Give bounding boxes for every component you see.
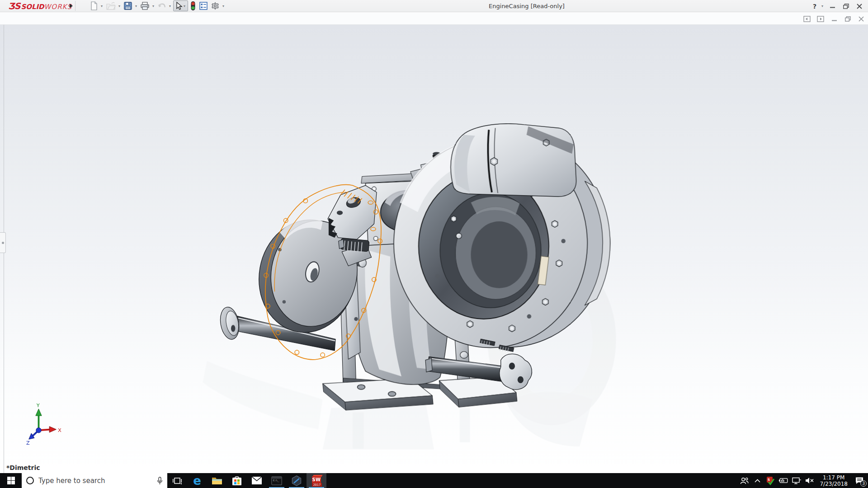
solidworks-logo-glyph: ƷS: [8, 1, 20, 11]
orientation-triad: Y X Z: [26, 402, 61, 446]
start-button[interactable]: [0, 473, 22, 488]
people-icon[interactable]: [739, 474, 749, 487]
tray-expand-chevron-icon[interactable]: [752, 474, 762, 487]
open-document-button[interactable]: [105, 0, 117, 11]
document-window-bar: [0, 13, 868, 25]
print-button[interactable]: [139, 0, 151, 11]
select-cursor-icon: [175, 1, 183, 10]
file-explorer-button[interactable]: [207, 473, 227, 488]
next-pane-button[interactable]: [816, 14, 826, 23]
command-prompt-label: C:\_: [273, 479, 279, 482]
store-button[interactable]: [227, 473, 247, 488]
triad-x-label: X: [58, 427, 61, 433]
command-prompt-icon: C:\_: [271, 476, 282, 485]
options-dropdown-caret[interactable]: ▾: [222, 4, 224, 8]
action-center-button[interactable]: 3: [853, 474, 866, 487]
network-icon[interactable]: [792, 474, 802, 487]
taskbar-search[interactable]: [22, 473, 167, 488]
volume-muted-icon[interactable]: [805, 474, 815, 487]
open-dropdown-caret[interactable]: ▾: [118, 4, 120, 8]
microphone-icon[interactable]: [157, 477, 163, 485]
taskbar-apps: e C:: [167, 473, 326, 488]
hexagon-app-icon: [291, 475, 302, 486]
menu-flyout-arrow-icon[interactable]: [68, 2, 74, 10]
file-explorer-icon: [212, 476, 222, 485]
battery-charging-icon[interactable]: [778, 474, 788, 487]
traffic-light-icon: [190, 1, 196, 11]
close-icon: [857, 4, 862, 9]
doc-minimize-icon: [832, 17, 837, 22]
gear-icon: [211, 1, 220, 10]
task-view-icon: [173, 477, 182, 485]
previous-pane-icon: [803, 16, 811, 22]
solidworks-2017-icon: SW 2017: [311, 475, 322, 487]
help-dropdown-caret[interactable]: ▾: [821, 4, 823, 8]
next-pane-icon: [817, 16, 824, 22]
mail-button[interactable]: [247, 473, 267, 488]
cortana-icon: [26, 477, 34, 484]
solidworks-2017-button[interactable]: SW 2017: [307, 473, 326, 488]
restore-icon: [843, 4, 849, 9]
title-bar: ƷS SOLID WORKS ▾ ▾: [0, 0, 868, 12]
doc-close-button[interactable]: [856, 14, 866, 23]
new-document-icon: [90, 1, 98, 10]
solidworks-resource-monitor-icon[interactable]: S: [765, 474, 775, 487]
print-dropdown-caret[interactable]: ▾: [152, 4, 154, 8]
solidworks-logo-solid: SOLID: [21, 3, 44, 11]
document-title: EngineCasing [Read-only]: [240, 0, 814, 12]
minimize-icon: [830, 4, 835, 9]
edge-icon: e: [193, 475, 201, 487]
minimize-button[interactable]: [826, 1, 838, 11]
edge-button[interactable]: e: [187, 473, 207, 488]
solidworks-icon-year: 2017: [312, 483, 322, 487]
undo-icon: [157, 2, 166, 10]
system-tray: S 1:17 PM: [739, 473, 868, 488]
window-controls: ? ▾: [811, 0, 868, 12]
new-document-button[interactable]: [89, 0, 99, 11]
restore-button[interactable]: [840, 1, 852, 11]
triad-z-label: Z: [26, 440, 30, 446]
help-button[interactable]: ?: [811, 1, 819, 11]
triad-y-label: Y: [36, 402, 40, 408]
graphics-area[interactable]: Y X Z *Dimetric: [0, 25, 868, 473]
windows-logo-icon: [7, 477, 15, 484]
view-orientation-label: *Dimetric: [6, 464, 40, 471]
clock-date: 7/23/2018: [820, 481, 848, 487]
doc-restore-button[interactable]: [843, 14, 853, 23]
toolbar-separator: [75, 1, 75, 11]
save-dropdown-caret[interactable]: ▾: [135, 4, 137, 8]
select-dropdown-caret[interactable]: ▾: [184, 4, 185, 8]
print-icon: [140, 1, 150, 10]
close-button[interactable]: [854, 1, 865, 11]
save-button[interactable]: [123, 0, 133, 11]
command-prompt-button[interactable]: C:\_: [267, 473, 287, 488]
property-list-button[interactable]: [198, 0, 209, 11]
windows-taskbar: e C:: [0, 473, 868, 488]
solidworks-icon-label: SW: [312, 476, 321, 483]
doc-restore-icon: [845, 16, 851, 22]
task-view-button[interactable]: [167, 473, 187, 488]
taskbar-clock[interactable]: 1:17 PM 7/23/2018: [818, 474, 849, 487]
svg-text:S: S: [768, 478, 770, 482]
open-document-icon: [106, 1, 116, 10]
document-window-controls: [802, 14, 866, 24]
mail-icon: [251, 477, 262, 484]
save-icon: [123, 1, 132, 10]
previous-pane-button[interactable]: [802, 14, 812, 23]
rebuild-traffic-light-button[interactable]: [189, 0, 197, 11]
new-dropdown-caret[interactable]: ▾: [101, 4, 103, 8]
hexagon-app-button[interactable]: [287, 473, 307, 488]
select-tool-button[interactable]: ▾: [173, 0, 188, 11]
search-input[interactable]: [38, 477, 152, 485]
notification-badge: 3: [860, 480, 867, 487]
doc-close-icon: [859, 16, 864, 22]
solidworks-logo: ƷS SOLID WORKS: [0, 1, 68, 11]
undo-button[interactable]: [156, 0, 167, 11]
clock-time: 1:17 PM: [820, 474, 848, 481]
doc-minimize-button[interactable]: [829, 14, 839, 23]
model-canvas: Y X Z: [0, 25, 868, 473]
property-list-icon: [199, 1, 208, 10]
top-cover-housing[interactable]: [451, 124, 576, 197]
options-settings-button[interactable]: [210, 0, 221, 11]
undo-dropdown-caret[interactable]: ▾: [169, 4, 171, 8]
